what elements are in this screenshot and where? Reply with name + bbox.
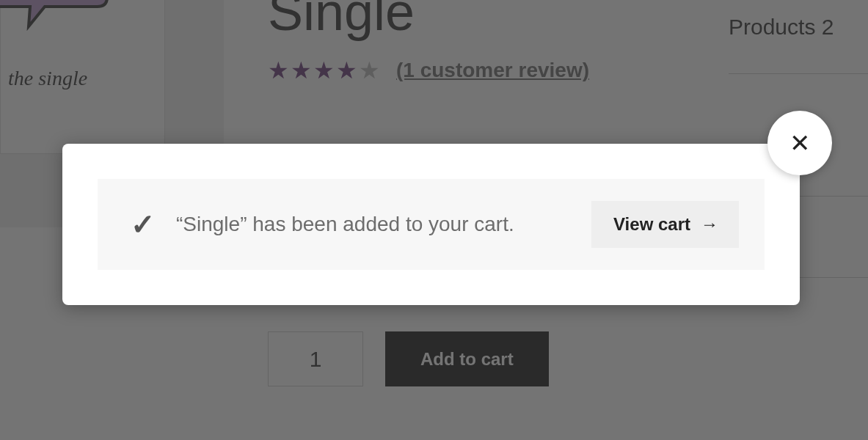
modal-message-text: “Single” has been added to your cart. (176, 213, 591, 236)
modal-message-banner: ✓ “Single” has been added to your cart. … (98, 179, 765, 270)
close-icon: ✕ (789, 128, 810, 158)
arrow-right-icon: → (701, 214, 717, 235)
added-to-cart-modal: ✕ ✓ “Single” has been added to your cart… (62, 144, 800, 305)
checkmark-icon: ✓ (131, 208, 156, 241)
view-cart-label: View cart (613, 214, 690, 235)
view-cart-button[interactable]: View cart → (591, 201, 739, 248)
close-button[interactable]: ✕ (767, 111, 832, 175)
